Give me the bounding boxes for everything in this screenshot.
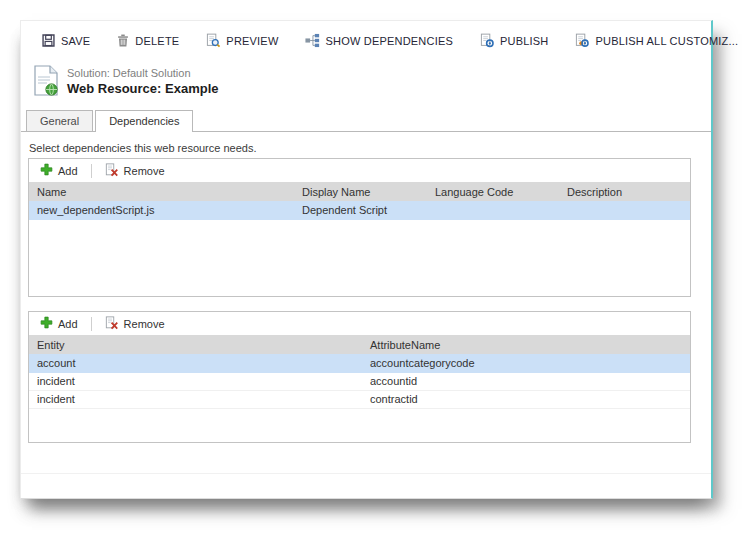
show-dependencies-label: SHOW DEPENDENCIES xyxy=(325,35,452,47)
grid2-add-label: Add xyxy=(58,318,78,330)
add-icon xyxy=(40,316,53,331)
table-row[interactable]: incidentaccountid xyxy=(29,372,690,390)
table-cell xyxy=(559,201,690,219)
save-label: SAVE xyxy=(61,35,90,47)
title-block: Solution: Default Solution Web Resource:… xyxy=(33,65,218,101)
web-resource-icon xyxy=(33,65,59,101)
publish-label: PUBLISH xyxy=(500,35,548,47)
save-button[interactable]: SAVE xyxy=(41,33,90,48)
delete-label: DELETE xyxy=(135,35,179,47)
tab-general[interactable]: General xyxy=(26,110,93,131)
web-resource-window: SAVE DELETE PREVIEW SHOW DEPENDENCIES PU… xyxy=(20,20,713,499)
grid1-add-label: Add xyxy=(58,165,78,177)
grid1-add-button[interactable]: Add xyxy=(36,161,82,180)
table-cell: new_dependentScript.js xyxy=(29,201,294,219)
column-header[interactable]: AttributeName xyxy=(362,335,690,354)
column-header[interactable]: Language Code xyxy=(427,182,559,201)
preview-label: PREVIEW xyxy=(226,35,278,47)
column-header[interactable]: Description xyxy=(559,182,690,201)
solution-label: Solution: Default Solution xyxy=(67,67,218,79)
toolbar-separator xyxy=(91,164,92,178)
remove-icon xyxy=(105,163,119,179)
table-cell: accountid xyxy=(362,372,690,390)
tab-strip: General Dependencies xyxy=(21,110,711,132)
command-bar: SAVE DELETE PREVIEW SHOW DEPENDENCIES PU… xyxy=(41,33,701,48)
column-header[interactable]: Display Name xyxy=(294,182,427,201)
toolbar-separator xyxy=(91,317,92,331)
grid2-remove-button[interactable]: Remove xyxy=(101,314,169,334)
delete-button[interactable]: DELETE xyxy=(116,33,179,48)
tab-dependencies[interactable]: Dependencies xyxy=(95,110,193,132)
show-dependencies-icon xyxy=(304,33,320,48)
grid1-remove-label: Remove xyxy=(124,165,165,177)
table-cell xyxy=(427,201,559,219)
delete-icon xyxy=(116,33,130,48)
page-title: Web Resource: Example xyxy=(67,81,218,96)
table-row[interactable]: accountaccountcategorycode xyxy=(29,354,690,372)
publish-all-label: PUBLISH ALL CUSTOMIZ... xyxy=(595,35,738,47)
table-row[interactable]: incidentcontractid xyxy=(29,390,690,408)
footer-divider xyxy=(21,473,711,474)
publish-icon xyxy=(479,33,495,48)
table-cell: Dependent Script xyxy=(294,201,427,219)
publish-all-customizations-button[interactable]: PUBLISH ALL CUSTOMIZ... xyxy=(574,33,738,48)
preview-button[interactable]: PREVIEW xyxy=(205,33,278,48)
publish-button[interactable]: PUBLISH xyxy=(479,33,548,48)
add-icon xyxy=(40,163,53,178)
table-header-row: NameDisplay NameLanguage CodeDescription xyxy=(29,182,690,201)
save-icon xyxy=(41,33,56,48)
instruction-text: Select dependencies this web resource ne… xyxy=(29,142,256,154)
grid1-remove-button[interactable]: Remove xyxy=(101,161,169,181)
screenshot-stage: SAVE DELETE PREVIEW SHOW DEPENDENCIES PU… xyxy=(0,0,753,537)
table-cell: contractid xyxy=(362,390,690,408)
grid2-toolbar: Add Remove xyxy=(29,312,690,335)
table-row[interactable]: new_dependentScript.jsDependent Script xyxy=(29,201,690,219)
table-cell: incident xyxy=(29,372,362,390)
web-resource-dependencies-grid: Add Remove NameDisplay NameLanguage Code… xyxy=(28,158,691,297)
grid2-add-button[interactable]: Add xyxy=(36,314,82,333)
column-header[interactable]: Entity xyxy=(29,335,362,354)
preview-icon xyxy=(205,33,221,48)
table-cell: incident xyxy=(29,390,362,408)
table-cell: account xyxy=(29,354,362,372)
grid2-remove-label: Remove xyxy=(124,318,165,330)
show-dependencies-button[interactable]: SHOW DEPENDENCIES xyxy=(304,33,452,48)
publish-all-icon xyxy=(574,33,590,48)
table-header-row: EntityAttributeName xyxy=(29,335,690,354)
attribute-dependencies-grid: Add Remove EntityAttributeName accountac… xyxy=(28,311,691,443)
column-header[interactable]: Name xyxy=(29,182,294,201)
attributes-table: EntityAttributeName accountaccountcatego… xyxy=(29,335,690,409)
grid1-toolbar: Add Remove xyxy=(29,159,690,182)
table-cell: accountcategorycode xyxy=(362,354,690,372)
remove-icon xyxy=(105,316,119,332)
dependencies-table: NameDisplay NameLanguage CodeDescription… xyxy=(29,182,690,220)
